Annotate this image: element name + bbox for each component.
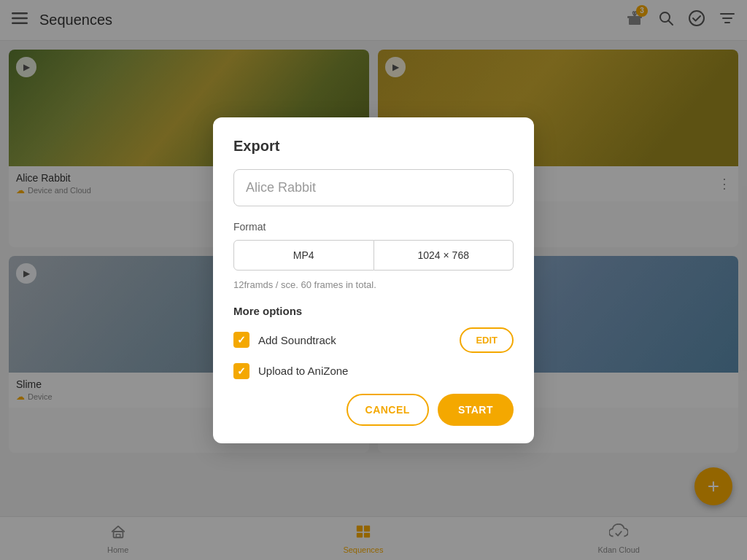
edit-soundtrack-button[interactable]: EDIT bbox=[460, 327, 514, 353]
checkbox-anizone[interactable]: ✓ bbox=[233, 363, 249, 379]
format-label: Format bbox=[233, 221, 514, 233]
checkmark-soundtrack: ✓ bbox=[237, 334, 246, 346]
format-resolution-button[interactable]: 747 × 560 bbox=[374, 240, 514, 271]
filename-input[interactable] bbox=[233, 169, 514, 206]
option-label-soundtrack: Add Soundtrack bbox=[258, 334, 451, 346]
format-mp4-button[interactable]: MP4 bbox=[233, 240, 374, 271]
frame-info: 12framds / sce. 60 frames in total. bbox=[233, 279, 514, 290]
option-label-anizone: Upload to AniZone bbox=[258, 365, 514, 377]
more-options-title: More options bbox=[233, 305, 514, 317]
option-row-soundtrack: ✓ Add Soundtrack EDIT bbox=[233, 327, 514, 353]
export-modal: Export Format MP4 747 × 560 12framds / … bbox=[213, 117, 534, 443]
start-button[interactable]: START bbox=[438, 394, 514, 426]
modal-overlay: Export Format MP4 747 × 560 12framds / … bbox=[0, 0, 747, 560]
modal-actions: CANCEL START bbox=[233, 394, 514, 426]
cancel-button[interactable]: CANCEL bbox=[347, 394, 429, 426]
option-row-anizone: ✓ Upload to AniZone bbox=[233, 363, 514, 379]
checkbox-soundtrack[interactable]: ✓ bbox=[233, 332, 249, 348]
format-row: MP4 747 × 560 bbox=[233, 240, 514, 271]
checkmark-anizone: ✓ bbox=[237, 365, 246, 377]
modal-title: Export bbox=[233, 138, 514, 155]
